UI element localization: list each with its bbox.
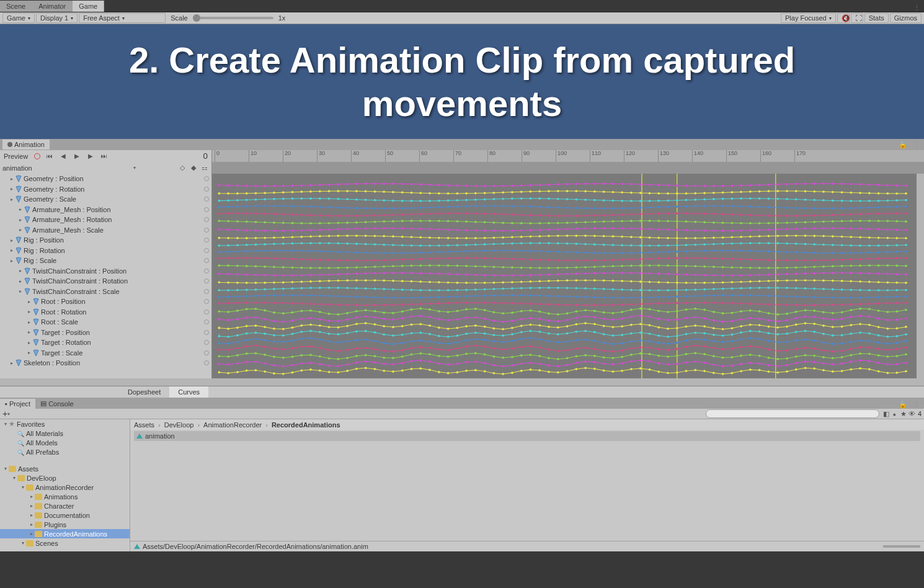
expand-arrow[interactable]: ▸ bbox=[17, 227, 24, 233]
expand-arrow[interactable]: ▸ bbox=[17, 278, 24, 284]
tab-console[interactable]: ▤Console bbox=[35, 398, 78, 409]
property-row[interactable]: ▸Root : Position bbox=[0, 296, 211, 307]
expand-arrow[interactable]: ▸ bbox=[26, 329, 32, 335]
tree-item[interactable]: All Materials bbox=[0, 429, 130, 438]
size-slider[interactable] bbox=[883, 545, 920, 548]
expand-arrow[interactable]: ▾ bbox=[11, 475, 17, 481]
hidden-button[interactable]: 👁 bbox=[908, 409, 917, 418]
expand-arrow[interactable]: ▸ bbox=[26, 350, 32, 355]
tree-item[interactable]: ▾DevEloop bbox=[0, 473, 130, 483]
asset-item[interactable]: animation bbox=[134, 431, 920, 441]
expand-arrow[interactable]: ▸ bbox=[17, 268, 24, 274]
kebab-icon[interactable]: ⋮ bbox=[910, 141, 924, 149]
property-row[interactable]: ▸Armature_Mesh : Rotation bbox=[0, 215, 211, 225]
search-input[interactable] bbox=[706, 409, 879, 418]
property-row[interactable]: ▸TwistChainConstraint : Position bbox=[0, 266, 211, 277]
tree-item[interactable]: ▸Documentation bbox=[0, 510, 130, 520]
property-row[interactable]: ▸Rig : Scale bbox=[0, 256, 211, 266]
expand-arrow[interactable]: ▸ bbox=[26, 340, 32, 345]
expand-arrow[interactable]: ▸ bbox=[29, 531, 35, 537]
expand-arrow[interactable]: ▾ bbox=[2, 466, 9, 471]
folder-tree[interactable]: ▾FavoritesAll MaterialsAll ModelsAll Pre… bbox=[0, 419, 130, 551]
property-row[interactable]: ▸Target : Rotation bbox=[0, 337, 211, 348]
expand-arrow[interactable]: ▸ bbox=[17, 207, 24, 212]
expand-arrow[interactable]: ▸ bbox=[9, 176, 15, 182]
property-row[interactable]: ▸Rig : Position bbox=[0, 235, 211, 246]
scale-slider[interactable] bbox=[193, 17, 273, 19]
property-row[interactable]: ▸Geometry : Scale bbox=[0, 194, 211, 205]
property-row[interactable]: ▸Root : Scale bbox=[0, 317, 211, 327]
expand-arrow[interactable]: ▸ bbox=[29, 494, 35, 499]
property-row[interactable]: ▸Skeleton : Position bbox=[0, 358, 211, 368]
curves-view[interactable] bbox=[212, 174, 917, 378]
breadcrumb-item[interactable]: DevEloop bbox=[164, 421, 194, 429]
expand-arrow[interactable]: ▸ bbox=[17, 217, 24, 223]
prev-frame-button[interactable]: ◀ bbox=[56, 151, 70, 161]
stats-button[interactable]: Stats bbox=[864, 13, 889, 23]
tree-item[interactable]: All Prefabs bbox=[0, 447, 130, 457]
expand-arrow[interactable]: ▸ bbox=[9, 247, 15, 253]
expand-arrow[interactable]: ▸ bbox=[9, 360, 15, 366]
record-button[interactable] bbox=[32, 151, 43, 161]
property-row[interactable]: ▸Armature_Mesh : Position bbox=[0, 205, 211, 215]
expand-arrow[interactable]: ▾ bbox=[2, 421, 9, 427]
expand-arrow[interactable]: ▸ bbox=[26, 319, 32, 325]
tree-item[interactable]: ▾Scenes bbox=[0, 538, 130, 548]
expand-arrow[interactable]: ▾ bbox=[20, 540, 26, 546]
kebab-icon[interactable]: ⋮ bbox=[910, 4, 924, 12]
tab-game[interactable]: Game bbox=[73, 1, 104, 12]
expand-arrow[interactable]: ▸ bbox=[26, 309, 32, 314]
filter-type-button[interactable]: ◧ bbox=[882, 409, 891, 418]
mute-button[interactable]: 🔇 bbox=[837, 13, 850, 23]
expand-arrow[interactable]: ▾ bbox=[20, 484, 26, 490]
mode-dropdown[interactable]: Game bbox=[2, 13, 35, 23]
frame-input[interactable] bbox=[149, 151, 211, 161]
property-row[interactable]: ▸Geometry : Position bbox=[0, 174, 211, 184]
property-row[interactable]: ▸TwistChainConstraint : Rotation bbox=[0, 276, 211, 287]
expand-arrow[interactable]: ▸ bbox=[9, 197, 15, 202]
maximize-button[interactable]: ⛶ bbox=[851, 13, 863, 23]
tree-item[interactable]: All Models bbox=[0, 438, 130, 447]
expand-arrow[interactable]: ▸ bbox=[9, 258, 15, 264]
tab-animation[interactable]: Animation bbox=[2, 140, 50, 149]
property-row[interactable]: ▸Armature_Mesh : Scale bbox=[0, 225, 211, 236]
play-button[interactable]: ▶ bbox=[70, 151, 84, 161]
tab-project[interactable]: ▪Project bbox=[0, 399, 35, 409]
expand-arrow[interactable]: ▸ bbox=[29, 503, 35, 509]
timeline-ruler[interactable]: 0102030405060708090100110120130140150160… bbox=[212, 150, 924, 162]
tab-scene[interactable]: Scene bbox=[0, 1, 32, 12]
property-row[interactable]: ▸Geometry : Rotation bbox=[0, 184, 211, 195]
filter-button[interactable]: ⚏ bbox=[200, 164, 209, 172]
property-row[interactable]: ▸TwistChainConstraint : Scale bbox=[0, 287, 211, 297]
expand-arrow[interactable]: ▸ bbox=[29, 522, 35, 527]
breadcrumb-item[interactable]: RecordedAnimations bbox=[272, 421, 340, 429]
tree-item[interactable]: ▸Character bbox=[0, 501, 130, 510]
play-mode-dropdown[interactable]: Play Focused bbox=[781, 13, 836, 23]
lock-icon[interactable]: 🔓 bbox=[896, 401, 910, 409]
tree-item[interactable]: ▾AnimationRecorder bbox=[0, 483, 130, 492]
first-frame-button[interactable]: ⏮ bbox=[43, 151, 56, 161]
asset-list[interactable]: animation bbox=[130, 430, 924, 541]
property-row[interactable]: ▸Root : Rotation bbox=[0, 307, 211, 318]
expand-arrow[interactable]: ▸ bbox=[17, 288, 24, 294]
favorite-button[interactable]: ★ bbox=[899, 409, 908, 418]
expand-arrow[interactable]: ▸ bbox=[9, 238, 15, 243]
tree-item[interactable]: ▾Assets bbox=[0, 464, 130, 473]
property-row[interactable]: ▸Rig : Rotation bbox=[0, 246, 211, 256]
expand-arrow[interactable]: ▸ bbox=[9, 186, 15, 192]
expand-arrow[interactable]: ▸ bbox=[26, 299, 32, 305]
filter-label-button[interactable]: ⬥ bbox=[891, 409, 899, 418]
last-frame-button[interactable]: ⏭ bbox=[97, 151, 111, 161]
kebab-icon[interactable]: ⋮ bbox=[910, 401, 924, 409]
tree-item[interactable]: ▸Animations bbox=[0, 492, 130, 501]
next-frame-button[interactable]: ▶ bbox=[84, 151, 97, 161]
aspect-dropdown[interactable]: Free Aspect bbox=[79, 13, 166, 23]
add-button[interactable]: + bbox=[2, 409, 7, 419]
lock-icon[interactable]: 🔓 bbox=[896, 141, 910, 149]
tree-item[interactable]: ▸RecordedAnimations bbox=[0, 529, 130, 538]
gizmos-button[interactable]: Gizmos bbox=[890, 13, 922, 23]
tab-curves[interactable]: Curves bbox=[169, 386, 208, 398]
breadcrumb[interactable]: AssetsDevEloopAnimationRecorderRecordedA… bbox=[130, 419, 924, 430]
tree-item[interactable]: ▾Favorites bbox=[0, 419, 130, 429]
property-row[interactable]: ▸Target : Scale bbox=[0, 348, 211, 359]
